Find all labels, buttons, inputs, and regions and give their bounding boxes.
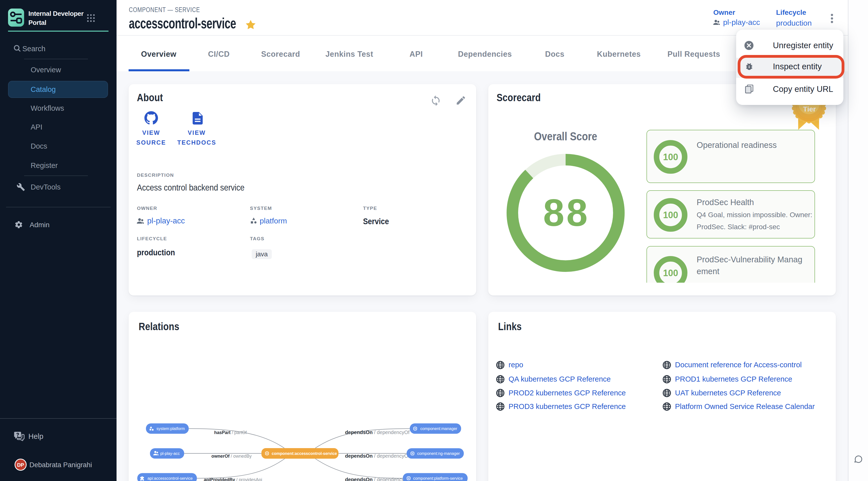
- svg-text:dependsOn / dependencyOf: dependsOn / dependencyOf: [345, 453, 410, 459]
- svg-text:component:manager: component:manager: [421, 426, 457, 431]
- svg-text:Tier: Tier: [803, 105, 816, 113]
- svg-text:system:platform: system:platform: [156, 426, 185, 431]
- svg-text:100: 100: [663, 210, 678, 220]
- svg-text:apiProvidedBy / providesApi: apiProvidedBy / providesApi: [204, 477, 262, 481]
- svg-text:100: 100: [663, 152, 678, 162]
- svg-text:hasPart / partOf: hasPart / partOf: [214, 430, 247, 435]
- svg-text:dependsOn / dependencyOf: dependsOn / dependencyOf: [345, 429, 410, 435]
- svg-text:api:accesscontrol-service: api:accesscontrol-service: [148, 476, 193, 481]
- svg-text:pl-play-acc: pl-play-acc: [160, 451, 180, 456]
- svg-text:component:ng-manager: component:ng-manager: [417, 451, 460, 456]
- svg-text:component:accesscontrol-servic: component:accesscontrol-service: [272, 451, 337, 456]
- svg-text:dependsOn / dependencyOf: dependsOn / dependencyOf: [345, 477, 410, 481]
- svg-text:100: 100: [663, 267, 678, 278]
- svg-text:ownerOf / ownedBy: ownerOf / ownedBy: [212, 454, 252, 459]
- svg-text:component:platform-service: component:platform-service: [413, 476, 463, 481]
- svg-text:88: 88: [543, 191, 590, 234]
